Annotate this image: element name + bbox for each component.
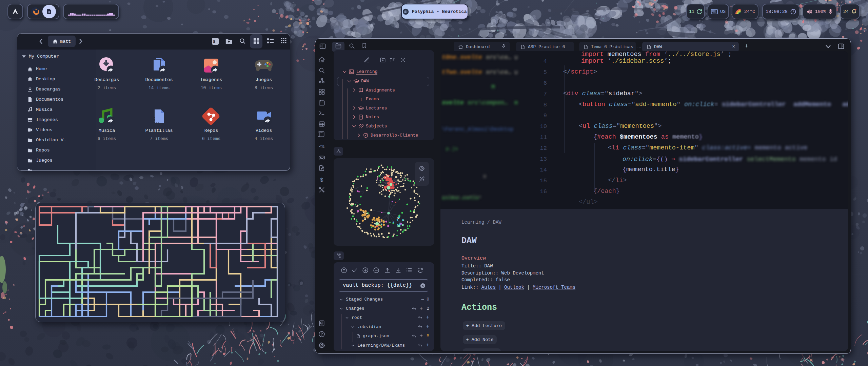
svg-text:$: $	[320, 177, 323, 183]
svg-text:$_: $_	[213, 40, 218, 44]
svg-text:<%: <%	[319, 144, 324, 149]
svg-text:!: !	[360, 98, 362, 102]
